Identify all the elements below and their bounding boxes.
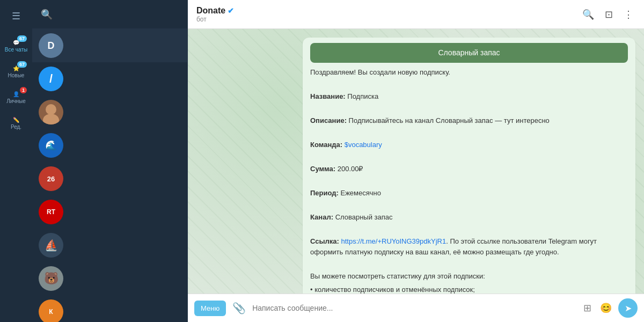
more-btn[interactable]: ⋮ — [621, 6, 635, 23]
edit-icon: ✏️ — [13, 117, 19, 123]
search-chat-btn[interactable]: 🔍 — [580, 6, 596, 23]
list-item[interactable]: 26 — [32, 162, 187, 195]
verified-icon: ✔ — [228, 6, 234, 15]
avatar: 26 — [39, 166, 63, 191]
avatar: RT — [39, 200, 63, 224]
tab-personal[interactable]: 👤 Личные 1 — [4, 86, 28, 109]
avatar — [39, 100, 63, 125]
tab-new[interactable]: ⭐ Новые 67 — [4, 60, 28, 84]
chat-list-header: 🔍 — [32, 0, 187, 29]
list-item[interactable]: ⛵ — [32, 229, 187, 262]
command-link[interactable]: $vocabulary — [345, 141, 382, 149]
list-item[interactable]: RT — [32, 195, 187, 229]
menu-btn[interactable]: Меню — [194, 301, 226, 316]
svg-point-1 — [43, 114, 59, 125]
tab-edit[interactable]: ✏️ Ред. — [4, 112, 28, 135]
hamburger-menu-btn[interactable]: ☰ — [4, 4, 28, 28]
list-item[interactable]: D — [32, 29, 187, 62]
chat-subtitle: бот — [196, 16, 234, 23]
attach-btn[interactable]: 📎 — [230, 299, 248, 317]
chat-header: Donate ✔ бот 🔍 ⊡ ⋮ — [188, 0, 644, 29]
list-item[interactable]: К — [32, 295, 187, 322]
send-icon: ➤ — [625, 303, 632, 313]
list-item[interactable]: 🐻 — [32, 262, 187, 295]
svg-point-0 — [46, 104, 56, 115]
avatar: ⛵ — [39, 233, 63, 258]
field-name: Название: Подписка — [310, 91, 628, 102]
field-period: Период: Ежемесячно — [310, 188, 628, 199]
chat-list-panel: 🔍 D / 🌊 26 — [32, 0, 188, 322]
field-channel: Канал: Словарный запас — [310, 212, 628, 223]
message-input[interactable] — [252, 304, 577, 312]
hamburger-icon: ☰ — [12, 10, 20, 22]
emoji-btn[interactable]: 😊 — [598, 300, 614, 316]
tab-all-chats[interactable]: 💬 Все чаты 67 — [4, 34, 28, 58]
greeting-text: Поздравляем! Вы создали новую подписку. — [310, 67, 628, 78]
input-actions: ⊞ 😊 — [581, 300, 614, 316]
avatar: 🐻 — [39, 266, 63, 291]
chat-list: D / 🌊 26 RT — [32, 29, 187, 322]
list-item[interactable]: 🌊 — [32, 129, 187, 162]
search-btn[interactable]: 🔍 — [39, 6, 55, 23]
chat-name: Donate ✔ — [196, 6, 234, 16]
list-item[interactable]: / — [32, 62, 187, 96]
field-description: Описание: Подписывайтесь на канал Словар… — [310, 115, 628, 126]
subscription-link[interactable]: https://t.me/+RUYoING39pdkYjR1 — [341, 237, 447, 245]
field-command: Команда: $vocabulary — [310, 140, 628, 150]
chat-bubble-main: Словарный запас Поздравляем! Вы создали … — [303, 38, 635, 294]
stat-1: • количество подписчиков и отменённых по… — [310, 284, 628, 294]
chat-header-actions: 🔍 ⊡ ⋮ — [580, 6, 635, 23]
sidebar-icons: ☰ 💬 Все чаты 67 ⭐ Новые 67 👤 Личные 1 ✏️… — [0, 0, 32, 322]
avatar: D — [39, 33, 63, 58]
chat-header-info: Donate ✔ бот — [196, 6, 234, 23]
chat-messages-area: Словарный запас Поздравляем! Вы создали … — [188, 29, 644, 294]
chat-main: Donate ✔ бот 🔍 ⊡ ⋮ Словарный запас Поздр… — [188, 0, 644, 322]
stats-intro: Вы можете посмотреть статистику для этой… — [310, 271, 628, 282]
sticker-btn[interactable]: ⊞ — [581, 300, 594, 316]
avatar: К — [39, 299, 63, 322]
vocabulary-header-btn[interactable]: Словарный запас — [310, 43, 628, 63]
list-item[interactable] — [32, 96, 187, 129]
field-link: Ссылка: https://t.me/+RUYoING39pdkYjR1. … — [310, 236, 628, 257]
layout-btn[interactable]: ⊡ — [603, 6, 615, 23]
avatar: / — [39, 67, 63, 91]
field-amount: Сумма: 200.00₽ — [310, 164, 628, 174]
personal-icon: 👤 — [13, 91, 19, 97]
chat-input-area: Меню 📎 ⊞ 😊 ➤ — [188, 294, 644, 322]
avatar: 🌊 — [39, 133, 63, 158]
send-btn[interactable]: ➤ — [618, 298, 638, 318]
